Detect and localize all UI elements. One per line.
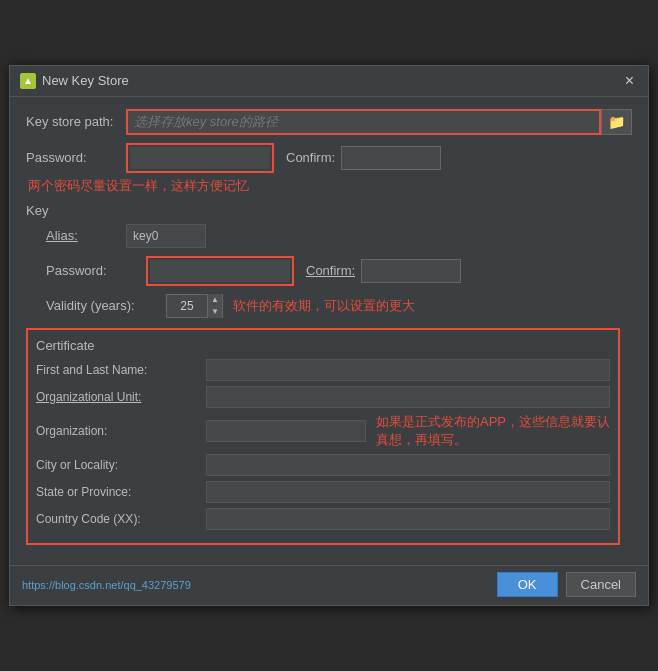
cert-label-city: City or Locality:	[36, 458, 206, 472]
cert-input-state[interactable]	[206, 481, 610, 503]
cert-row-city: City or Locality:	[36, 454, 610, 476]
cert-row-first-last: First and Last Name:	[36, 359, 610, 381]
dialog-title: New Key Store	[42, 73, 129, 88]
spin-up-button[interactable]: ▲	[208, 294, 222, 306]
key-password-label: Password:	[46, 263, 146, 278]
password-hint: 两个密码尽量设置一样，这样方便记忆	[28, 177, 632, 195]
cert-row-org: Organization: 如果是正式发布的APP，这些信息就要认 真想，再填写…	[36, 413, 610, 449]
cert-hint: 如果是正式发布的APP，这些信息就要认 真想，再填写。	[376, 413, 610, 449]
key-confirm-label: Confirm:	[306, 263, 355, 278]
top-confirm-label: Confirm:	[286, 150, 335, 165]
validity-hint: 软件的有效期，可以设置的更大	[233, 297, 415, 315]
top-password-input[interactable]	[130, 147, 270, 169]
keystore-path-label: Key store path:	[26, 114, 126, 129]
alias-row: Alias: key0	[46, 224, 632, 248]
spinner-buttons: ▲ ▼	[207, 294, 222, 318]
folder-button[interactable]: 📁	[601, 109, 632, 135]
cert-title: Certificate	[36, 338, 610, 353]
key-section: Key Alias: key0 Password: Confirm: Valid…	[26, 203, 632, 318]
footer-link[interactable]: https://blog.csdn.net/qq_43279579	[22, 579, 191, 591]
cert-row-org-unit: Organizational Unit:	[36, 386, 610, 408]
key-password-row: Password: Confirm:	[46, 256, 632, 286]
key-password-input[interactable]	[150, 260, 290, 282]
dialog-footer: https://blog.csdn.net/qq_43279579 OK Can…	[10, 565, 648, 605]
footer-buttons: OK Cancel	[497, 572, 636, 597]
android-icon: ▲	[20, 73, 36, 89]
cert-input-org[interactable]	[206, 420, 366, 442]
new-key-store-dialog: ▲ New Key Store × Key store path: 📁 Pass…	[9, 65, 649, 606]
validity-spinner: ▲ ▼	[166, 294, 223, 318]
key-section-title: Key	[26, 203, 632, 218]
dialog-body: Key store path: 📁 Password: Confirm: 两个密…	[10, 97, 648, 565]
top-password-input-box	[126, 143, 274, 173]
ok-button[interactable]: OK	[497, 572, 558, 597]
spin-down-button[interactable]: ▼	[208, 306, 222, 318]
key-password-box	[146, 256, 294, 286]
cert-input-city[interactable]	[206, 454, 610, 476]
title-bar-left: ▲ New Key Store	[20, 73, 129, 89]
close-button[interactable]: ×	[621, 72, 638, 90]
cert-input-org-unit[interactable]	[206, 386, 610, 408]
keystore-path-input[interactable]	[126, 109, 601, 135]
cert-label-state: State or Province:	[36, 485, 206, 499]
cert-row-country: Country Code (XX):	[36, 508, 610, 530]
validity-row: Validity (years): ▲ ▼ 软件的有效期，可以设置的更大	[46, 294, 632, 318]
title-bar: ▲ New Key Store ×	[10, 66, 648, 97]
top-password-label: Password:	[26, 150, 126, 165]
validity-label: Validity (years):	[46, 298, 166, 313]
certificate-area: Certificate First and Last Name: Organiz…	[26, 328, 632, 555]
keystore-path-row: Key store path: 📁	[26, 109, 632, 135]
key-confirm-input[interactable]	[361, 259, 461, 283]
cert-label-first-last: First and Last Name:	[36, 363, 206, 377]
cert-label-country: Country Code (XX):	[36, 512, 206, 526]
validity-input[interactable]	[167, 295, 207, 317]
cancel-button[interactable]: Cancel	[566, 572, 636, 597]
certificate-section: Certificate First and Last Name: Organiz…	[26, 328, 620, 545]
top-password-row: Password: Confirm:	[26, 143, 632, 173]
top-confirm-input[interactable]	[341, 146, 441, 170]
cert-row-state: State or Province:	[36, 481, 610, 503]
alias-value: key0	[126, 224, 206, 248]
cert-input-first-last[interactable]	[206, 359, 610, 381]
alias-label: Alias:	[46, 228, 126, 243]
cert-input-country[interactable]	[206, 508, 610, 530]
cert-label-org: Organization:	[36, 424, 206, 438]
cert-label-org-unit: Organizational Unit:	[36, 390, 206, 404]
